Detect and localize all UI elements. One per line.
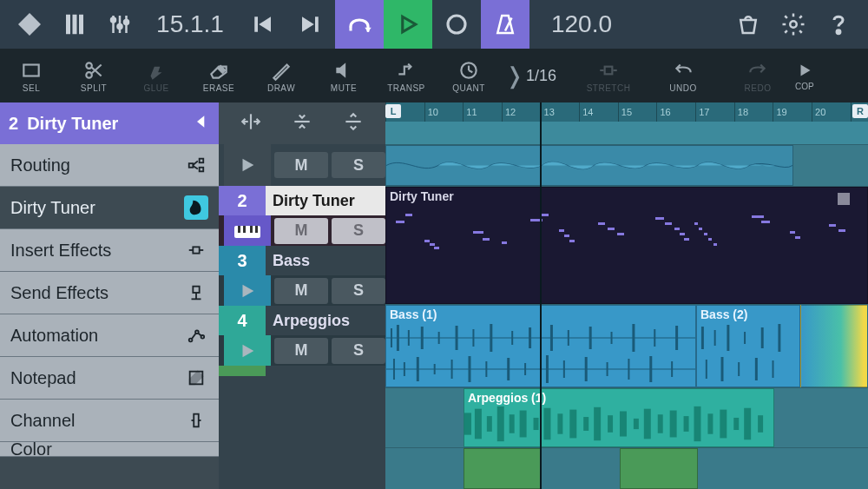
settings-icon[interactable] (771, 0, 816, 49)
keyboard-icon[interactable] (224, 215, 271, 246)
undo-button[interactable]: UNDO (646, 49, 720, 102)
track-row[interactable]: 4 Arpeggios M S (219, 306, 385, 366)
shop-icon[interactable] (726, 0, 771, 49)
mute-button[interactable]: M (274, 338, 328, 364)
arrangement-view[interactable]: L 9 10 11 12 13 14 15 16 17 18 19 20 21 … (385, 102, 868, 489)
track-name[interactable]: Bass (266, 246, 385, 275)
main-area: 2 Dirty Tuner Routing Dirty Tuner Insert… (0, 102, 868, 489)
rewind-button[interactable] (238, 0, 286, 49)
record-button[interactable] (432, 0, 481, 49)
copy-button[interactable]: COP (795, 49, 825, 102)
inspector-automation[interactable]: Automation (0, 314, 219, 357)
mute-button[interactable]: M (274, 278, 328, 304)
svg-rect-83 (451, 360, 453, 379)
track-number: 2 (219, 186, 266, 215)
mute-tool[interactable]: MUTE (312, 49, 375, 102)
svg-rect-33 (189, 163, 194, 168)
svg-rect-91 (607, 362, 608, 376)
svg-rect-105 (773, 360, 774, 378)
track-lane[interactable]: Dirty Tuner (385, 186, 868, 304)
transpose-tool[interactable]: TRANSP (375, 49, 437, 102)
left-locator[interactable]: L (385, 104, 401, 118)
inspector-instrument[interactable]: Dirty Tuner (0, 187, 219, 229)
redo-button[interactable]: REDO (720, 49, 795, 102)
right-locator[interactable]: R (852, 104, 868, 118)
midi-clip[interactable]: Dirty Tuner (385, 187, 868, 304)
svg-rect-96 (714, 330, 716, 346)
erase-tool[interactable]: ERASE (187, 49, 250, 102)
song-position[interactable]: 15.1.1 (142, 0, 238, 49)
inspector-sends[interactable]: Send Effects (0, 272, 219, 314)
forward-button[interactable] (286, 0, 335, 49)
expand-v-icon[interactable] (342, 110, 365, 136)
select-tool[interactable]: SEL (0, 49, 62, 102)
marker-row[interactable] (385, 122, 868, 144)
inspector-notepad[interactable]: Notepad (0, 357, 219, 400)
track-play-icon[interactable] (224, 275, 271, 306)
track-row[interactable]: M S (219, 144, 385, 186)
track-name[interactable]: Dirty Tuner (266, 186, 385, 215)
track-number: 4 (219, 306, 266, 335)
metronome-button[interactable] (481, 0, 529, 49)
menu-button[interactable] (7, 0, 52, 49)
solo-button[interactable]: S (332, 278, 385, 304)
back-icon[interactable] (193, 113, 210, 135)
loop-button[interactable] (335, 0, 384, 49)
draw-tool[interactable]: DRAW (250, 49, 312, 102)
timeline-ruler[interactable]: L 9 10 11 12 13 14 15 16 17 18 19 20 21 … (385, 102, 868, 122)
svg-rect-62 (391, 328, 392, 347)
track-lane[interactable] (385, 144, 868, 186)
audio-clip[interactable]: Bass (2) (696, 305, 800, 387)
mute-button[interactable]: M (274, 218, 328, 244)
stretch-tool[interactable]: STRETCH (571, 49, 646, 102)
audio-clip[interactable] (800, 305, 868, 387)
inspector-color[interactable]: Color (0, 442, 219, 457)
play-button[interactable] (384, 0, 432, 49)
inspector-routing[interactable]: Routing (0, 144, 219, 187)
playhead[interactable] (540, 102, 542, 489)
piano-icon[interactable] (52, 0, 97, 49)
solo-button[interactable]: S (332, 338, 385, 364)
inspector-channel[interactable]: Channel (0, 400, 219, 442)
svg-rect-125 (694, 406, 701, 441)
audio-clip[interactable] (385, 145, 793, 186)
help-icon[interactable] (816, 0, 861, 49)
svg-marker-60 (243, 284, 254, 297)
track-row-selected[interactable]: 2 Dirty Tuner M S (219, 186, 385, 246)
clip-handle[interactable] (838, 193, 850, 205)
audio-clip[interactable]: Arpeggios (1) (464, 388, 774, 447)
tempo-display[interactable]: 120.0 (529, 0, 634, 49)
automation-icon (184, 323, 208, 347)
track-lane[interactable]: Arpeggios (1) (385, 387, 868, 447)
svg-rect-69 (490, 324, 492, 352)
svg-rect-13 (315, 17, 319, 32)
track-row[interactable] (219, 366, 385, 376)
svg-rect-46 (194, 414, 199, 427)
track-play-icon[interactable] (224, 144, 271, 186)
track-name[interactable]: Arpeggios (266, 306, 385, 335)
inspector-inserts[interactable]: Insert Effects (0, 229, 219, 272)
glue-tool[interactable]: GLUE (125, 49, 187, 102)
quantize-tool[interactable]: QUANT (437, 49, 500, 102)
svg-marker-54 (243, 159, 254, 172)
solo-button[interactable]: S (332, 152, 385, 178)
track-list: M S 2 Dirty Tuner M S 3 Bass M S (219, 102, 385, 489)
svg-rect-80 (404, 362, 405, 376)
svg-marker-14 (365, 28, 372, 32)
audio-clip[interactable] (464, 448, 542, 489)
split-tool[interactable]: SPLIT (62, 49, 125, 102)
track-play-icon[interactable] (224, 335, 271, 366)
svg-point-19 (837, 30, 840, 34)
expand-h-icon[interactable] (240, 110, 262, 136)
snap-value[interactable]: ❭1/16 (500, 49, 571, 102)
mute-button[interactable]: M (274, 152, 328, 178)
mixer-icon[interactable] (97, 0, 142, 49)
collapse-v-icon[interactable] (291, 110, 313, 136)
track-lane[interactable]: Bass (1) Bass (2) (385, 304, 868, 387)
track-lane[interactable] (385, 447, 868, 489)
track-row[interactable]: 3 Bass M S (219, 246, 385, 306)
audio-clip[interactable] (620, 448, 698, 489)
svg-rect-126 (707, 413, 713, 433)
solo-button[interactable]: S (332, 218, 385, 244)
inspector-header[interactable]: 2 Dirty Tuner (0, 102, 219, 144)
